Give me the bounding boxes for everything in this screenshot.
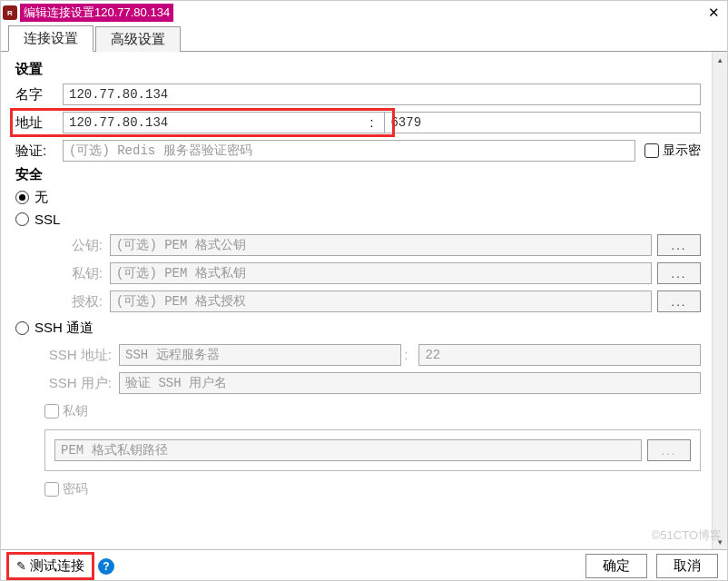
pem-path-input — [54, 439, 642, 461]
ssh-privkey-checkbox — [44, 404, 59, 419]
authkey-input — [110, 290, 652, 312]
tab-advanced[interactable]: 高级设置 — [95, 26, 181, 52]
app-icon: R — [3, 5, 17, 20]
settings-header: 设置 — [15, 61, 701, 78]
authkey-browse-button[interactable]: ... — [657, 290, 701, 312]
tab-connection[interactable]: 连接设置 — [8, 25, 93, 52]
test-connection-button[interactable]: ✎ 测试连接 — [8, 554, 93, 578]
pubkey-input — [110, 234, 652, 256]
privkey-label: 私钥: — [37, 265, 110, 282]
name-label: 名字 — [15, 86, 63, 103]
ssh-privkey-label: 私钥 — [63, 403, 88, 419]
test-connection-label: 测试连接 — [30, 557, 84, 575]
help-icon[interactable]: ? — [98, 558, 114, 575]
port-input[interactable] — [384, 112, 701, 133]
ok-button[interactable]: 确定 — [585, 554, 647, 578]
scrollbar[interactable]: ▴ ▾ — [712, 52, 727, 549]
ssh-port-input — [418, 344, 701, 366]
scroll-down-icon[interactable]: ▾ — [713, 534, 727, 549]
address-label: 地址 — [15, 114, 63, 132]
wand-icon: ✎ — [16, 559, 26, 573]
radio-ssh-label: SSH 通道 — [34, 320, 93, 337]
ssh-user-label: SSH 用户: — [37, 375, 119, 392]
showpwd-checkbox[interactable] — [644, 143, 659, 158]
radio-ssl-label: SSL — [34, 212, 60, 227]
pem-path-box: ... — [44, 429, 701, 471]
security-header: 安全 — [15, 166, 701, 183]
ssh-addr-input — [119, 344, 401, 366]
scroll-up-icon[interactable]: ▴ — [713, 52, 727, 67]
ssh-pwd-label: 密码 — [63, 481, 88, 497]
ssh-pwd-checkbox — [44, 482, 59, 497]
ssh-port-sep: : — [401, 348, 412, 362]
pubkey-browse-button[interactable]: ... — [657, 234, 701, 256]
cancel-button[interactable]: 取消 — [656, 554, 718, 578]
auth-label: 验证: — [15, 143, 63, 160]
settings-panel: 设置 名字 地址 x : 验证: 显示密 安全 — [1, 52, 712, 549]
radio-ssl[interactable] — [15, 212, 29, 226]
tab-bar: 连接设置 高级设置 — [1, 26, 727, 52]
authkey-label: 授权: — [37, 293, 110, 310]
radio-none-label: 无 — [34, 189, 48, 206]
name-input[interactable] — [63, 84, 701, 105]
ssh-user-input — [119, 372, 701, 394]
titlebar: R 编辑连接设置120.77.80.134 ✕ — [1, 1, 727, 23]
pubkey-label: 公钥: — [37, 237, 110, 254]
radio-ssh[interactable] — [15, 321, 29, 335]
radio-none[interactable] — [15, 191, 29, 204]
privkey-input — [110, 262, 652, 284]
pem-browse-button: ... — [647, 439, 691, 461]
auth-input[interactable] — [63, 140, 635, 162]
ssh-addr-label: SSH 地址: — [37, 347, 119, 364]
close-icon[interactable]: ✕ — [708, 5, 718, 21]
address-port-sep: : — [367, 115, 378, 130]
address-input[interactable] — [63, 112, 393, 133]
showpwd-label: 显示密 — [663, 143, 701, 159]
window-title: 编辑连接设置120.77.80.134 — [20, 4, 173, 22]
bottom-bar: ✎ 测试连接 ? 确定 取消 — [1, 549, 727, 581]
privkey-browse-button[interactable]: ... — [657, 262, 701, 284]
